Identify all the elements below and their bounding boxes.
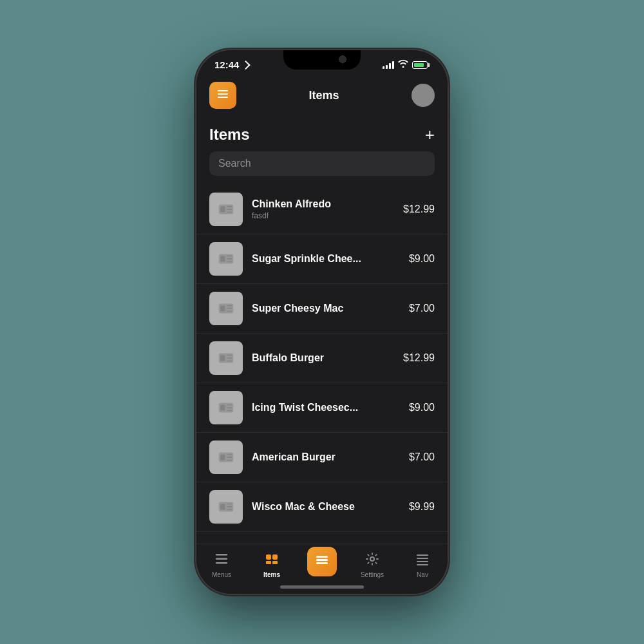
- screen: 12:44: [196, 50, 448, 594]
- item-price: $7.00: [409, 451, 435, 463]
- item-info: Sugar Sprinkle Chee...: [252, 253, 402, 265]
- item-price: $9.00: [409, 402, 435, 413]
- svg-rect-29: [220, 455, 225, 460]
- items-list: Chinken Alfredo fasdf $12.99: [196, 185, 448, 532]
- svg-rect-39: [216, 558, 227, 560]
- item-name: Icing Twist Cheesec...: [252, 402, 402, 413]
- add-item-button[interactable]: +: [425, 126, 435, 143]
- center-icon: [314, 551, 330, 572]
- svg-rect-41: [266, 554, 271, 560]
- time-display: 12:44: [214, 59, 239, 70]
- svg-rect-4: [220, 207, 225, 213]
- svg-rect-47: [316, 562, 328, 564]
- svg-rect-40: [216, 562, 227, 564]
- item-price: $9.99: [409, 501, 435, 513]
- list-item[interactable]: American Burger $7.00: [196, 433, 448, 482]
- item-name: American Burger: [252, 451, 402, 463]
- nav-icon: [415, 552, 430, 569]
- tab-settings[interactable]: Settings: [347, 549, 397, 581]
- svg-rect-50: [417, 558, 428, 559]
- item-thumbnail: [209, 490, 243, 524]
- item-thumbnail: [209, 440, 243, 474]
- settings-icon: [365, 552, 379, 569]
- item-price: $7.00: [409, 303, 435, 314]
- tab-center[interactable]: [297, 549, 347, 581]
- svg-rect-38: [216, 554, 227, 556]
- list-item[interactable]: Icing Twist Cheesec... $9.00: [196, 383, 448, 433]
- item-info: Wisco Mac & Cheese: [252, 501, 402, 513]
- menus-label: Menus: [212, 571, 231, 578]
- section-title: Items: [209, 126, 250, 144]
- item-info: Super Cheesy Mac: [252, 303, 402, 314]
- svg-rect-34: [220, 504, 225, 510]
- list-item[interactable]: Wisco Mac & Cheese $9.99: [196, 482, 448, 532]
- item-price: $12.99: [403, 204, 435, 215]
- item-info: Icing Twist Cheesec...: [252, 402, 402, 413]
- item-info: Buffalo Burger: [252, 352, 397, 364]
- svg-rect-24: [220, 405, 225, 411]
- tab-menus[interactable]: Menus: [196, 549, 247, 581]
- list-item[interactable]: Sugar Sprinkle Chee... $9.00: [196, 234, 448, 284]
- user-avatar[interactable]: [412, 84, 435, 107]
- front-camera: [339, 55, 346, 63]
- item-thumbnail: [209, 242, 243, 276]
- search-container: [196, 151, 448, 185]
- svg-rect-52: [417, 564, 428, 565]
- content-area: Items +: [196, 114, 448, 544]
- logo-icon: [215, 86, 231, 104]
- svg-rect-0: [218, 90, 228, 91]
- item-thumbnail: [209, 391, 243, 424]
- nav-bar: Items: [196, 75, 448, 114]
- item-thumbnail: [209, 193, 243, 226]
- item-thumbnail: [209, 292, 243, 325]
- list-item[interactable]: Super Cheesy Mac $7.00: [196, 284, 448, 334]
- app-logo[interactable]: [209, 82, 236, 109]
- item-name: Chinken Alfredo: [252, 198, 397, 210]
- phone-frame: 12:44: [196, 50, 448, 594]
- tab-nav[interactable]: Nav: [397, 549, 448, 581]
- nav-label: Nav: [417, 571, 428, 578]
- item-price: $12.99: [403, 352, 435, 364]
- battery-icon: [412, 61, 430, 69]
- signal-icon: [383, 61, 394, 69]
- items-icon: [265, 552, 279, 569]
- section-header: Items +: [196, 114, 448, 151]
- svg-rect-9: [220, 256, 225, 262]
- settings-label: Settings: [361, 571, 384, 578]
- svg-rect-46: [316, 559, 328, 561]
- item-subtitle: fasdf: [252, 211, 397, 220]
- menus-icon: [214, 552, 229, 569]
- item-name: Buffalo Burger: [252, 352, 397, 364]
- search-input[interactable]: [209, 151, 435, 176]
- svg-rect-42: [272, 554, 278, 560]
- svg-rect-14: [220, 306, 225, 312]
- wifi-icon: [398, 60, 408, 70]
- svg-rect-51: [417, 561, 428, 562]
- svg-rect-2: [218, 97, 228, 98]
- items-label: Items: [263, 571, 280, 578]
- svg-rect-43: [266, 561, 271, 564]
- home-indicator: [280, 585, 364, 589]
- center-action-button[interactable]: [307, 547, 337, 576]
- location-arrow-icon: [242, 60, 251, 69]
- item-name: Super Cheesy Mac: [252, 303, 402, 314]
- item-info: Chinken Alfredo fasdf: [252, 198, 397, 220]
- svg-point-48: [370, 557, 374, 561]
- status-time: 12:44: [214, 59, 250, 70]
- svg-rect-19: [220, 355, 225, 361]
- item-thumbnail: [209, 341, 243, 375]
- item-name: Wisco Mac & Cheese: [252, 501, 402, 513]
- item-price: $9.00: [409, 253, 435, 265]
- list-item[interactable]: Buffalo Burger $12.99: [196, 334, 448, 383]
- status-icons: [383, 60, 430, 70]
- svg-rect-45: [316, 556, 328, 558]
- svg-rect-1: [218, 93, 228, 95]
- tab-items[interactable]: Items: [247, 549, 297, 581]
- list-item[interactable]: Chinken Alfredo fasdf $12.99: [196, 185, 448, 234]
- nav-title: Items: [308, 89, 339, 102]
- svg-rect-49: [417, 554, 428, 556]
- item-name: Sugar Sprinkle Chee...: [252, 253, 402, 265]
- notch: [283, 50, 361, 70]
- svg-rect-44: [272, 561, 278, 564]
- item-info: American Burger: [252, 451, 402, 463]
